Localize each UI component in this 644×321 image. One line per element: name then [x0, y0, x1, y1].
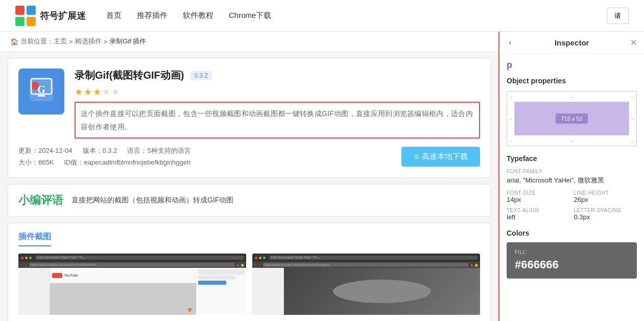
star-1: ★ [75, 86, 83, 98]
nav-chrome[interactable]: Chrome下载 [229, 8, 271, 23]
meta-language: 语言：5种支持的语言 [127, 146, 190, 155]
star-3: ★ [93, 86, 101, 98]
plugin-card: G 录制Gif(截图转GIF动画) 0.3.2 ★ ★ ★ ★ ★ [8, 58, 491, 178]
box-model: - - - - - - - 715 x 52 [507, 91, 637, 146]
fill-label: FILL [515, 249, 629, 255]
content-area: 🏠 当前位置：主页 > 精选插件 > 录制Gif 插件 [0, 32, 498, 321]
logo-icon [15, 6, 36, 26]
plugin-description: 这个插件直接可以把页面截图，包含一些视频截图和动画截图都一键转换成GIF动图，直… [75, 102, 480, 139]
inspector-body: p Object properties - - - - - - - [499, 54, 644, 321]
inspector-header: ‹ Inspector ✕ [499, 32, 644, 54]
box-size-label: 715 x 52 [556, 113, 587, 124]
svg-rect-2 [15, 17, 25, 26]
plugin-header: G 录制Gif(截图转GIF动画) 0.3.2 ★ ★ ★ ★ ★ [18, 68, 480, 139]
inspector-panel: ‹ Inspector ✕ p Object properties - - - … [498, 32, 644, 321]
color-swatch: FILL #666666 [507, 242, 637, 279]
inspector-nav: ‹ [507, 37, 513, 48]
screenshots-section: 插件截图 CGI Animated Short Film "Th... ← → … [8, 223, 491, 321]
main-layout: 🏠 当前位置：主页 > 精选插件 > 录制Gif 插件 [0, 32, 644, 321]
letter-spacing-label: LETTER-SPACING [574, 208, 637, 213]
meta-update: 更新：2024-12-04 [18, 146, 73, 155]
text-align-cell: TEXT-ALIGN left [507, 208, 570, 221]
box-outer-top-val: - [571, 94, 573, 100]
meta-row-1: 更新：2024-12-04 版本：0.3.2 语言：5种支持的语言 [18, 146, 191, 155]
editor-comment: 小编评语 直接把网站的截图（包括视频和动画）转成GIF动图 [8, 184, 491, 217]
line-height-value: 26px [574, 196, 637, 203]
header-login-button[interactable]: 请 [607, 8, 629, 24]
breadcrumb-home-icon: 🏠 [10, 38, 18, 45]
svg-text:G: G [37, 84, 45, 95]
meta-version: 版本：0.3.2 [83, 146, 117, 155]
fill-value: #666666 [515, 258, 629, 271]
breadcrumb-sep1: > [69, 38, 73, 45]
nav-home[interactable]: 首页 [106, 8, 122, 23]
font-size-cell: FONT-SIZE 14px [507, 190, 570, 203]
svg-rect-8 [38, 95, 45, 97]
font-family-value: arial, "Microsoft YaHei", 微软雅黑 [507, 176, 637, 185]
plugin-meta: 更新：2024-12-04 版本：0.3.2 语言：5种支持的语言 大小：865… [18, 146, 480, 167]
box-outer-right: - [631, 94, 633, 100]
svg-rect-1 [27, 6, 36, 15]
editor-label: 小编评语 [18, 193, 63, 208]
box-inner: - - - 715 x 52 - [514, 102, 630, 135]
breadcrumb: 🏠 当前位置：主页 > 精选插件 > 录制Gif 插件 [0, 32, 498, 52]
box-outer-left: - [510, 94, 512, 100]
breadcrumb-home: 当前位置：主页 [20, 37, 67, 46]
box-outer-br: - [631, 137, 633, 144]
box-outer-bottom-val: - [571, 137, 573, 144]
text-align-label: TEXT-ALIGN [507, 208, 570, 213]
main-nav: 首页 推荐插件 软件教程 Chrome下载 [106, 8, 607, 23]
box-inner-bottom: - [571, 127, 573, 133]
object-properties-title: Object properties [507, 77, 637, 85]
nav-plugins[interactable]: 推荐插件 [137, 8, 168, 23]
plugin-icon-graphic: G [23, 72, 59, 112]
download-button[interactable]: ⊙ 高速本地下载 [401, 147, 480, 167]
breadcrumb-link[interactable]: 精选插件 [75, 37, 102, 46]
box-outer-bl: - [510, 137, 512, 144]
logo-text: 符号扩展迷 [40, 10, 86, 22]
logo: 符号扩展迷 [15, 6, 86, 26]
font-size-label: FONT-SIZE [507, 190, 570, 196]
line-height-cell: LINE-HEIGHT 26px [574, 190, 637, 203]
screenshot-1: CGI Animated Short Film "Th... ← → https… [18, 254, 246, 315]
plugin-title: 录制Gif(截图转GIF动画) [75, 68, 184, 82]
plugin-version-badge: 0.3.2 [190, 71, 212, 80]
nav-tutorials[interactable]: 软件教程 [183, 8, 213, 23]
line-height-label: LINE-HEIGHT [574, 190, 637, 196]
meta-row-2: 大小：865K ID值：eapecadlmfblmnfnojebefkbginh… [18, 158, 191, 167]
svg-rect-0 [15, 6, 25, 15]
colors-section: Colors FILL #666666 [507, 229, 637, 279]
typeface-section: Typeface FONT-FAMILY arial, "Microsoft Y… [507, 154, 637, 221]
box-outer-bottom: - - - [507, 135, 636, 146]
box-inner-top-row: - - - [515, 102, 629, 111]
breadcrumb-sep2: > [104, 38, 108, 45]
header: 符号扩展迷 首页 推荐插件 软件教程 Chrome下载 请 [0, 0, 644, 32]
inspector-back-button[interactable]: ‹ [507, 37, 513, 48]
editor-text: 直接把网站的截图（包括视频和动画）转成GIF动图 [71, 196, 233, 205]
inspector-tag: p [507, 60, 637, 71]
box-inner-right: - [625, 104, 627, 110]
header-right: 请 [607, 8, 629, 24]
plugin-stars: ★ ★ ★ ★ ★ [75, 86, 480, 98]
inspector-close-button[interactable]: ✕ [630, 38, 637, 48]
colors-title: Colors [507, 229, 637, 237]
star-5: ★ [111, 86, 120, 98]
plugin-meta-left: 更新：2024-12-04 版本：0.3.2 语言：5种支持的语言 大小：865… [18, 146, 191, 167]
letter-spacing-cell: LETTER-SPACING 0.3px [574, 208, 637, 221]
box-inner-left: - [517, 104, 519, 110]
box-inner-top: - [571, 104, 573, 110]
box-right-val: - [631, 116, 633, 122]
box-left-val: - [510, 116, 512, 122]
plugin-info: 录制Gif(截图转GIF动画) 0.3.2 ★ ★ ★ ★ ★ 这个插件直接可以… [75, 68, 480, 139]
font-size-value: 14px [507, 196, 570, 203]
svg-rect-3 [27, 17, 36, 26]
box-outer-middle: - - - - 715 x 52 - [507, 102, 636, 135]
box-inner-bottom-row: - [515, 126, 629, 135]
meta-id: ID值：eapecadlmfblmnfnojebefkbginhggeh [64, 158, 190, 167]
typeface-title: Typeface [507, 154, 637, 163]
screenshots-grid: CGI Animated Short Film "Th... ← → https… [18, 254, 480, 315]
star-2: ★ [84, 86, 92, 98]
inspector-title: Inspector [555, 38, 589, 47]
typo-grid: FONT-SIZE 14px LINE-HEIGHT 26px TEXT-ALI… [507, 190, 637, 221]
plugin-icon: G [18, 68, 64, 114]
